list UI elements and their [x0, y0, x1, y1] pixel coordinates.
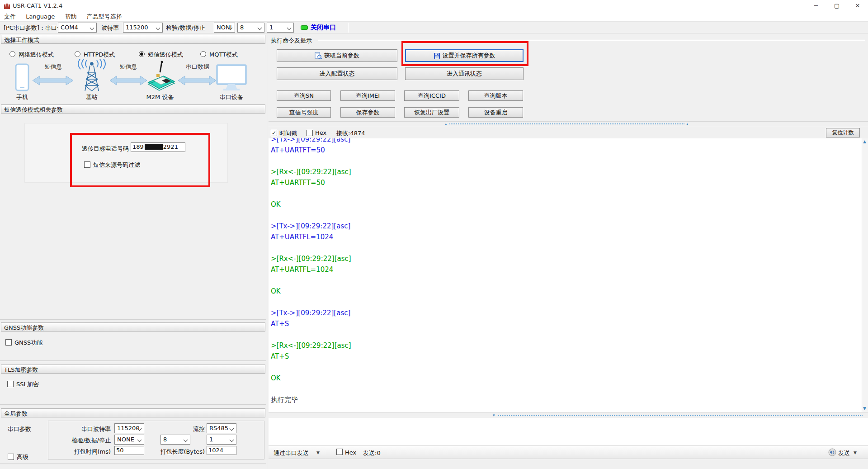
link2-label: 短信息 [110, 63, 146, 71]
divider [0, 463, 266, 464]
log-line: >[Tx->][09:29:22][asc] [271, 221, 862, 232]
base-station-icon [75, 59, 108, 92]
pack-time-label: 打包时间(ms) [57, 448, 111, 456]
maximize-button[interactable]: ▢ [826, 0, 847, 12]
log-line: AT+UARTFL=1024 [271, 264, 862, 275]
send-hex-checkbox[interactable] [336, 449, 343, 455]
splitter-handle[interactable] [449, 123, 684, 124]
divider [0, 319, 266, 320]
phone-icon [15, 63, 29, 91]
port-open-indicator [301, 25, 308, 30]
stopbits-select[interactable]: 1 [267, 23, 294, 33]
get-current-params-button[interactable]: 获取当前参数 [277, 49, 397, 62]
enter-comm-state-button[interactable]: 进入通讯状态 [405, 67, 524, 80]
device-restart-button[interactable]: 设备重启 [468, 107, 523, 118]
scroll-up-icon[interactable]: ▲ [863, 140, 866, 144]
target-phone-input[interactable]: 1892921 [131, 142, 185, 152]
splitter-arrow-icon: ▴ [686, 122, 689, 126]
send-input-area[interactable] [269, 417, 868, 445]
close-button[interactable]: ✕ [847, 0, 868, 12]
log-line: 执行完毕 [271, 394, 862, 405]
serial-toolbar: [PC串口参数]：串口号 COM4 波特率 115200 检验/数据/停止 NO… [0, 21, 868, 33]
reset-count-button[interactable]: 复位计数 [826, 128, 860, 137]
log-line [271, 242, 862, 253]
parity-select[interactable]: NONI [214, 23, 235, 33]
radio-httpd-mode[interactable] [75, 51, 80, 57]
query-imei-button[interactable]: 查询IMEI [340, 90, 395, 101]
databits-select[interactable]: 8 [237, 23, 264, 33]
splitter-handle[interactable] [498, 415, 863, 416]
advanced-checkbox[interactable] [8, 454, 14, 460]
log-hex-checkbox[interactable] [307, 130, 313, 136]
gb-flow-select[interactable]: RS485 [207, 423, 236, 433]
sms-source-filter-checkbox[interactable] [84, 161, 90, 168]
pack-time-input[interactable]: 50 [114, 446, 144, 455]
log-line: OK [271, 199, 862, 210]
menu-product-model[interactable]: 产品型号选择 [83, 12, 126, 22]
set-save-all-params-button[interactable]: 设置并保存所有参数 [405, 49, 524, 62]
log-line [271, 156, 862, 166]
log-line: >[Rx<-][09:29:22][asc] [271, 253, 862, 264]
log-area[interactable]: >[Tx->][09:29:22][asc]AT+UARTFT=50 >[Rx<… [269, 138, 862, 412]
baud-select[interactable]: 115200 [123, 23, 163, 33]
query-sn-button[interactable]: 查询SN [277, 90, 331, 101]
log-splitter-top[interactable]: ▴ ▴ [269, 121, 868, 126]
panel-divider[interactable] [267, 33, 267, 469]
query-iccid-button[interactable]: 查询ICCID [404, 90, 459, 101]
gnss-enable-checkbox[interactable] [5, 339, 12, 346]
gnss-enable-label: GNSS功能 [14, 339, 42, 347]
query-signal-button[interactable]: 查信号强度 [277, 107, 331, 118]
radio-mqtt-mode[interactable] [200, 51, 206, 57]
pack-len-input[interactable]: 1024 [207, 446, 236, 455]
save-params-button[interactable]: 保存参数 [340, 107, 395, 118]
gb-baud-label: 串口波特率 [57, 425, 111, 433]
timestamp-checkbox[interactable] [271, 130, 277, 136]
header-rule [318, 40, 865, 41]
radio-httpd-mode-label: HTTPD模式 [84, 51, 115, 59]
scroll-down-icon[interactable]: ▼ [863, 407, 866, 411]
gnss-header: GNSS功能参数 [1, 322, 265, 332]
gb-baud-select[interactable]: 115200 [114, 423, 144, 433]
send-button[interactable]: 发送 [838, 449, 850, 457]
timestamp-label: 时间戳 [279, 129, 297, 137]
log-hex-label: Hex [315, 129, 326, 136]
factory-reset-button[interactable]: 恢复出厂设置 [404, 107, 459, 118]
phone-suffix: 2921 [163, 143, 178, 150]
link-arrow-3 [178, 75, 216, 86]
query-version-button[interactable]: 查询版本 [468, 90, 523, 101]
gb-parity-select[interactable]: NONE [114, 435, 144, 445]
radio-network-mode[interactable] [9, 51, 15, 57]
sent-count-label: 发送:0 [363, 449, 381, 457]
serial-device-icon [216, 64, 247, 91]
toolbar-separator [348, 23, 349, 33]
com-port-select[interactable]: COM4 [58, 23, 97, 33]
send-via-dropdown[interactable]: 通过串口发送 [274, 449, 309, 457]
log-scrollbar[interactable]: ▲ ▼ [862, 138, 868, 412]
log-line: OK [271, 373, 862, 384]
gb-stopbits-select[interactable]: 1 [207, 435, 236, 445]
recv-count-label: 接收:4874 [336, 129, 365, 137]
save-floppy-icon [434, 52, 440, 59]
radio-sms-mode[interactable] [139, 51, 145, 57]
close-port-button[interactable]: 关闭串口 [311, 24, 336, 32]
gb-databits-select[interactable]: 8 [160, 435, 190, 445]
log-line [271, 362, 862, 373]
send-horn-icon [828, 448, 836, 456]
chevron-down-icon[interactable]: ▼ [316, 450, 320, 455]
link1-label: 短信息 [34, 63, 73, 71]
pc-port-label: [PC串口参数]：串口号 [4, 24, 63, 32]
enter-config-state-button[interactable]: 进入配置状态 [277, 67, 397, 80]
m2m-device-icon [144, 61, 177, 91]
chevron-down-icon[interactable]: ▼ [854, 450, 857, 455]
menu-file[interactable]: 文件 [0, 12, 20, 22]
minimize-button[interactable]: ─ [806, 0, 826, 12]
menu-language[interactable]: Language [22, 12, 59, 21]
log-line: AT+UARTFT=50 [271, 145, 862, 156]
ssl-encrypt-checkbox[interactable] [7, 381, 14, 387]
splitter-arrow-icon: ▴ [445, 122, 447, 126]
log-splitter-bottom[interactable]: ▾ [269, 412, 868, 417]
m2m-label: M2M 设备 [143, 93, 177, 101]
gb-line-label: 检验/数据/停止 [48, 436, 111, 445]
menu-help[interactable]: 帮助 [61, 12, 80, 22]
sms-params-header: 短信透传模式相关参数 [1, 104, 265, 114]
